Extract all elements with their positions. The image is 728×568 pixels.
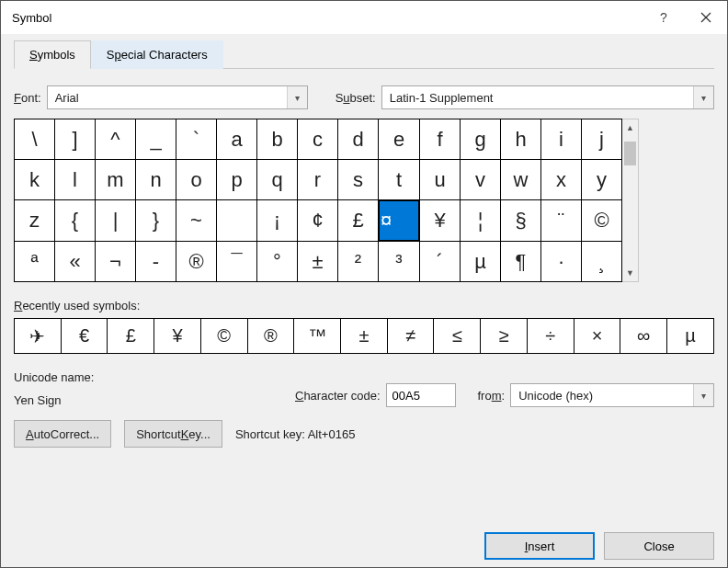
symbol-cell[interactable]: v bbox=[461, 160, 501, 200]
symbol-cell[interactable]: ¢ bbox=[298, 200, 338, 242]
symbol-cell[interactable]: ³ bbox=[379, 242, 420, 282]
close-icon[interactable] bbox=[685, 1, 727, 34]
tab-symbols[interactable]: Symbols bbox=[14, 40, 91, 69]
symbol-cell[interactable]: o bbox=[176, 160, 217, 200]
recent-symbol-cell[interactable]: ✈ bbox=[15, 319, 62, 354]
symbol-cell[interactable]: © bbox=[582, 200, 622, 242]
chevron-down-icon: ▾ bbox=[287, 86, 307, 108]
help-button[interactable]: ? bbox=[643, 1, 685, 34]
symbol-cell[interactable]: i bbox=[541, 119, 582, 160]
autocorrect-button[interactable]: AutoCorrect... bbox=[14, 420, 111, 448]
symbol-cell[interactable]: ª bbox=[15, 242, 55, 282]
recent-symbol-cell[interactable]: € bbox=[61, 319, 108, 354]
subset-select[interactable]: Latin-1 Supplement ▾ bbox=[381, 85, 714, 109]
recent-symbol-cell[interactable]: ÷ bbox=[527, 319, 574, 354]
symbol-cell[interactable]: ¯ bbox=[217, 242, 257, 282]
symbol-cell[interactable]: } bbox=[136, 200, 176, 242]
symbol-cell[interactable]: c bbox=[298, 119, 338, 160]
symbol-cell[interactable]: p bbox=[217, 160, 257, 200]
symbol-cell[interactable]: ¬ bbox=[96, 242, 136, 282]
symbols-panel: Font: Arial ▾ Subset: Latin-1 Supplement… bbox=[14, 69, 714, 512]
recent-symbol-cell[interactable]: © bbox=[200, 319, 247, 354]
symbol-cell[interactable]: j bbox=[582, 119, 622, 160]
symbol-cell[interactable]: n bbox=[136, 160, 176, 200]
symbol-cell[interactable]: { bbox=[55, 200, 96, 242]
symbol-cell[interactable]: ~ bbox=[176, 200, 217, 242]
recent-symbol-cell[interactable]: ≥ bbox=[481, 319, 528, 354]
symbol-cell[interactable]: ¥ bbox=[420, 200, 461, 242]
symbol-cell[interactable]: ` bbox=[176, 119, 217, 160]
symbol-cell[interactable]: ¤ bbox=[379, 200, 419, 241]
symbol-cell[interactable]: ® bbox=[176, 242, 217, 282]
symbol-cell[interactable]: « bbox=[55, 242, 96, 282]
symbol-cell[interactable]: r bbox=[298, 160, 338, 200]
symbol-cell[interactable]: s bbox=[338, 160, 379, 200]
scroll-up-icon[interactable]: ▲ bbox=[622, 119, 638, 136]
symbol-cell[interactable]: t bbox=[379, 160, 420, 200]
symbol-cell[interactable] bbox=[217, 200, 257, 242]
symbol-cell[interactable]: \ bbox=[15, 119, 55, 160]
symbol-cell[interactable]: m bbox=[96, 160, 136, 200]
recent-symbol-cell[interactable]: ∞ bbox=[620, 319, 667, 354]
from-label: from: bbox=[478, 389, 506, 403]
symbol-cell[interactable]: ² bbox=[338, 242, 379, 282]
symbol-cell[interactable]: h bbox=[501, 119, 541, 160]
recent-symbols-grid[interactable]: ✈€£¥©®™±≠≤≥÷×∞µ bbox=[14, 318, 714, 354]
symbol-cell[interactable]: ¶ bbox=[501, 242, 541, 282]
symbol-cell[interactable]: ° bbox=[257, 242, 298, 282]
symbol-cell[interactable]: ¦ bbox=[461, 200, 501, 242]
symbol-cell[interactable]: ^ bbox=[96, 119, 136, 160]
symbol-cell[interactable]: e bbox=[379, 119, 420, 160]
symbol-cell[interactable]: x bbox=[541, 160, 582, 200]
symbol-cell[interactable]: | bbox=[96, 200, 136, 242]
symbol-cell[interactable]: § bbox=[501, 200, 541, 242]
symbol-cell[interactable]: w bbox=[501, 160, 541, 200]
recent-symbol-cell[interactable]: ± bbox=[341, 319, 388, 354]
symbol-cell[interactable]: £ bbox=[338, 200, 379, 242]
symbol-cell[interactable]: d bbox=[338, 119, 379, 160]
symbol-cell[interactable]: z bbox=[15, 200, 55, 242]
recent-symbol-cell[interactable]: ≠ bbox=[387, 319, 434, 354]
shortcut-key-button[interactable]: Shortcut Key... bbox=[124, 420, 222, 448]
symbol-cell[interactable]: ± bbox=[298, 242, 338, 282]
symbol-cell[interactable]: f bbox=[420, 119, 461, 160]
symbol-cell[interactable]: ¡ bbox=[257, 200, 298, 242]
recent-symbol-cell[interactable]: ¥ bbox=[154, 319, 201, 354]
symbol-cell[interactable]: ¨ bbox=[541, 200, 582, 242]
recent-symbol-cell[interactable]: ™ bbox=[294, 319, 341, 354]
symbol-dialog: Symbol ? Symbols Special Characters Font… bbox=[0, 0, 728, 568]
symbol-cell[interactable]: l bbox=[55, 160, 96, 200]
tab-special-characters[interactable]: Special Characters bbox=[91, 40, 223, 69]
symbol-cell[interactable]: g bbox=[461, 119, 501, 160]
symbol-grid-scrollbar[interactable]: ▲ ▼ bbox=[622, 119, 639, 282]
symbol-cell[interactable]: ­- bbox=[136, 242, 176, 282]
symbol-cell[interactable]: _ bbox=[136, 119, 176, 160]
symbol-cell[interactable]: ¸ bbox=[582, 242, 622, 282]
symbol-cell[interactable]: a bbox=[217, 119, 257, 160]
scrollbar-thumb[interactable] bbox=[624, 142, 636, 165]
recent-symbol-cell[interactable]: ® bbox=[247, 319, 294, 354]
symbol-grid[interactable]: \]^_`abcdefghijklmnopqrstuvwxyz{|}~¡¢£¤¥… bbox=[14, 119, 622, 282]
font-select[interactable]: Arial ▾ bbox=[47, 85, 308, 109]
symbol-cell[interactable]: k bbox=[15, 160, 55, 200]
symbol-cell[interactable]: ] bbox=[55, 119, 96, 160]
scroll-down-icon[interactable]: ▼ bbox=[622, 265, 638, 281]
symbol-cell[interactable]: · bbox=[541, 242, 582, 282]
dialog-footer: Insert Close bbox=[1, 525, 727, 567]
recent-symbol-cell[interactable]: µ bbox=[667, 319, 714, 354]
character-code-input[interactable] bbox=[386, 383, 456, 407]
close-button[interactable]: Close bbox=[604, 532, 714, 560]
symbol-cell[interactable]: u bbox=[420, 160, 461, 200]
tab-symbols-label-rest: ymbols bbox=[38, 48, 75, 62]
symbol-cell[interactable]: b bbox=[257, 119, 298, 160]
recent-symbol-cell[interactable]: £ bbox=[108, 319, 154, 354]
symbol-cell[interactable]: µ bbox=[461, 242, 501, 282]
symbol-cell[interactable]: ´ bbox=[420, 242, 461, 282]
from-select[interactable]: Unicode (hex) ▾ bbox=[510, 383, 714, 407]
symbol-cell[interactable]: y bbox=[582, 160, 622, 200]
symbol-cell[interactable]: q bbox=[257, 160, 298, 200]
recently-used-label: Recently used symbols: bbox=[14, 299, 714, 312]
recent-symbol-cell[interactable]: × bbox=[574, 319, 620, 354]
recent-symbol-cell[interactable]: ≤ bbox=[434, 319, 481, 354]
insert-button[interactable]: Insert bbox=[484, 532, 595, 560]
